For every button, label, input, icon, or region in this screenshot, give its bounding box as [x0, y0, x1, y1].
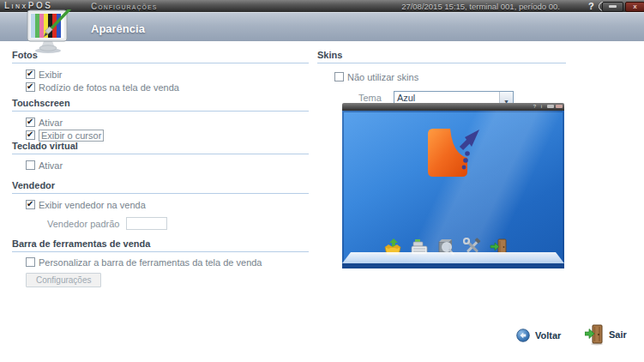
checkbox-label: Exibir	[39, 69, 63, 80]
checkbox[interactable]	[26, 130, 35, 140]
section-vendedor: Vendedor Exibir vendedor na venda Vended…	[12, 180, 309, 230]
checkbox-row-exibir-vendedor[interactable]: Exibir vendedor na venda	[26, 198, 309, 211]
exit-label: Sair	[609, 329, 627, 340]
default-seller-input[interactable]	[126, 217, 167, 230]
section-teclado-virtual: Teclado virtual Ativar	[12, 141, 309, 172]
section-fotos: Fotos Exibir Rodízio de fotos na tela de…	[12, 50, 309, 94]
checkbox-row-exibir-fotos[interactable]: Exibir	[26, 68, 309, 81]
page-title: Aparência	[91, 22, 145, 35]
checkbox-label: Exibir vendedor na venda	[39, 200, 146, 210]
preview-desktop	[342, 111, 564, 268]
default-seller-label: Vendedor padrão	[47, 219, 119, 229]
section-title-barra: Barra de ferramentas de venda	[12, 238, 309, 252]
chevron-down-icon[interactable]: ▼	[499, 92, 513, 104]
section-skins: Skins Não utilizar skins Tema Azul ▼	[317, 50, 566, 105]
window-title: Configurações	[91, 2, 157, 11]
monitor-paintbrush-icon	[22, 9, 75, 54]
theme-label: Tema	[358, 93, 382, 103]
theme-preview-image: ? i	[342, 103, 564, 268]
checkbox[interactable]	[26, 69, 35, 79]
preview-minimize-icon	[547, 105, 554, 108]
section-title-vendedor: Vendedor	[12, 180, 309, 194]
section-touchscreen: Touchscreen Ativar Exibir o cursor	[12, 98, 309, 142]
checkbox-row-rodizio-fotos[interactable]: Rodízio de fotos na tela de venda	[26, 81, 309, 94]
checkbox[interactable]	[26, 82, 35, 92]
preview-titlebar-glyphs: ? i	[533, 104, 544, 109]
checkbox-label: Rodízio de fotos na tela de venda	[39, 82, 179, 93]
back-label: Voltar	[535, 330, 561, 341]
exit-door-icon	[585, 323, 604, 346]
checkbox[interactable]	[26, 257, 35, 267]
minimize-button[interactable]	[602, 2, 623, 12]
exit-button[interactable]: Sair	[585, 323, 627, 346]
checkbox[interactable]	[26, 200, 35, 209]
checkbox[interactable]	[26, 160, 35, 170]
back-button[interactable]: Voltar	[516, 329, 561, 342]
checkbox-row-exibir-cursor[interactable]: Exibir o cursor	[26, 129, 309, 142]
checkbox-row-ativar-touchscreen[interactable]: Ativar	[26, 116, 309, 129]
checkbox-label: Personalizar a barra de ferramentas da t…	[39, 257, 262, 268]
toolbar-config-button[interactable]: Configurações	[26, 273, 101, 287]
back-arrow-icon	[516, 329, 530, 342]
checkbox-row-ativar-teclado[interactable]: Ativar	[26, 159, 309, 172]
section-title-skins: Skins	[317, 50, 566, 63]
checkbox-label: Ativar	[39, 118, 63, 128]
close-button[interactable]: x	[625, 2, 644, 12]
default-seller-row: Vendedor padrão	[47, 217, 309, 230]
appearance-settings-screen: LinxPOS Configurações 27/08/2015 15:15, …	[0, 0, 644, 362]
help-icon[interactable]: ?	[588, 0, 594, 12]
section-barra-ferramentas: Barra de ferramentas de venda Personaliz…	[12, 238, 309, 287]
section-title-teclado: Teclado virtual	[12, 141, 309, 154]
checkbox-row-personalizar-barra[interactable]: Personalizar a barra de ferramentas da t…	[26, 256, 309, 268]
checkbox-label: Ativar	[39, 160, 63, 171]
linxpos-orange-logo	[424, 127, 481, 180]
window-titlebar: LinxPOS Configurações 27/08/2015 15:15, …	[0, 0, 644, 12]
section-title-touchscreen: Touchscreen	[12, 98, 309, 112]
checkbox-row-nao-utilizar-skins[interactable]: Não utilizar skins	[334, 70, 566, 83]
theme-selected-value: Azul	[397, 93, 415, 103]
minimize-icon	[609, 5, 617, 8]
checkbox[interactable]	[334, 72, 344, 81]
preview-dock-shelf	[342, 252, 564, 263]
session-status-text: 27/08/2015 15:15, terminal 001, período …	[401, 2, 560, 11]
preview-close-icon	[556, 105, 563, 108]
checkbox[interactable]	[26, 118, 35, 127]
checkbox-label: Não utilizar skins	[347, 72, 418, 82]
preview-bottom-edge	[342, 263, 564, 268]
checkbox-label-focused: Exibir o cursor	[39, 130, 104, 142]
preview-titlebar: ? i	[342, 103, 564, 111]
